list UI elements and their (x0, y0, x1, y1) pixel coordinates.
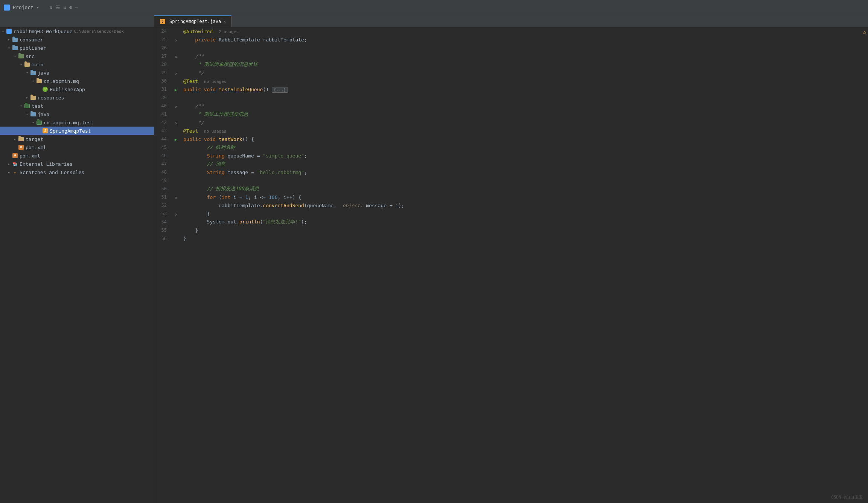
title-dropdown-icon[interactable]: ▾ (37, 5, 39, 10)
sidebar-item-SpringAmqpTest[interactable]: JSpringAmqpTest (0, 127, 154, 135)
tree-arrow-consumer[interactable] (6, 37, 12, 43)
sidebar-item-cn-aopmin-mq-test[interactable]: cn.aopmin.mq.test (0, 118, 154, 127)
line-code-27[interactable]: /** (180, 52, 868, 60)
tree-arrow-scratches[interactable] (6, 169, 12, 175)
tree-arrow-test[interactable] (18, 103, 24, 109)
token-fn: convertAndSend (263, 203, 304, 208)
tree-arrow-src[interactable] (12, 53, 18, 59)
sidebar-item-pom-root[interactable]: Mpom.xml (0, 151, 154, 160)
tree-icon-PublisherApp: 🌱 (42, 86, 48, 92)
sidebar-item-ext-libs[interactable]: 📚External Libraries (0, 160, 154, 168)
tree-label-java: java (38, 70, 49, 76)
tree-label-consumer: consumer (20, 37, 43, 43)
line-code-43[interactable]: @Test no usages (180, 127, 868, 135)
tree-arrow-main[interactable] (18, 61, 24, 67)
line-code-47[interactable]: // 消息 (180, 160, 868, 168)
tree-arrow-cn-aopmin-mq-test[interactable] (30, 119, 36, 125)
line-code-45[interactable]: // 队列名称 (180, 143, 868, 151)
tree-arrow-publisher[interactable] (6, 45, 12, 51)
code-row-53: 53◇ } (154, 209, 868, 218)
line-code-41[interactable]: * 测试工作模型发消息 (180, 110, 868, 118)
sidebar-item-rabbitmq03[interactable]: rabbitmq03-WorkQueueC:\Users\lenovo\Desk (0, 27, 154, 35)
editor-area[interactable]: ⚠ 24@Autowired 2 usages25◇ private Rabbi… (154, 27, 868, 503)
sidebar-item-scratches[interactable]: ✏Scratches and Consoles (0, 168, 154, 176)
line-code-44[interactable]: public void testWork() { (180, 135, 868, 143)
nav-icon-3[interactable]: ⇅ (63, 5, 66, 10)
token-plain (183, 103, 195, 109)
line-code-54[interactable]: System.out.println("消息发送完毕!"); (180, 218, 868, 226)
tree-arrow-java-test[interactable] (24, 111, 30, 117)
sidebar-item-PublisherApp[interactable]: 🌱PublisherApp (0, 85, 154, 93)
folded-block[interactable]: {...} (272, 87, 288, 93)
line-code-29[interactable]: */ (180, 69, 868, 77)
tree-arrow-java[interactable] (24, 70, 30, 76)
line-gutter-56 (171, 234, 180, 243)
sidebar-item-test[interactable]: test (0, 102, 154, 110)
line-code-31[interactable]: public void testSimpleQueue() {...} (180, 85, 868, 93)
line-code-40[interactable]: /** (180, 102, 868, 110)
tree-icon-target (18, 136, 24, 142)
sidebar-item-main[interactable]: main (0, 60, 154, 69)
line-code-28[interactable]: * 测试简单模型的消息发送 (180, 60, 868, 69)
nav-icon-2[interactable]: ☰ (56, 5, 60, 10)
sidebar-item-java-test[interactable]: java (0, 110, 154, 118)
line-code-52[interactable]: rabbitTemplate.convertAndSend(queueName,… (180, 201, 868, 209)
line-num-24: 24 (154, 27, 171, 35)
token-fn: testWork (219, 136, 242, 142)
code-row-44: 44▶public void testWork() { (154, 135, 868, 143)
code-row-30: 30@Test no usages (154, 77, 868, 85)
line-code-24[interactable]: @Autowired 2 usages (180, 27, 868, 35)
sidebar-item-cn-aopmin-mq[interactable]: cn.aopmin.mq (0, 77, 154, 85)
sidebar-item-pom-publisher[interactable]: Mpom.xml (0, 143, 154, 151)
tree-arrow-pom-root[interactable] (6, 153, 12, 159)
line-code-48[interactable]: String message = "hello,rabbitmq"; (180, 168, 868, 176)
tree-arrow-cn-aopmin-mq[interactable] (30, 78, 36, 84)
run-arrow-44[interactable]: ▶ (175, 137, 177, 142)
token-plain: rabbitTemplate. (183, 203, 263, 208)
token-plain (198, 78, 204, 84)
sidebar-item-resources[interactable]: resources (0, 93, 154, 102)
token-cmt: /** (195, 103, 204, 109)
nav-icon-1[interactable]: ⊕ (50, 5, 53, 10)
sidebar-item-java[interactable]: java (0, 69, 154, 77)
line-gutter-31[interactable]: ▶ (171, 85, 180, 93)
line-num-54: 54 (154, 218, 171, 226)
token-usage: no usages (204, 129, 227, 134)
line-gutter-52 (171, 201, 180, 209)
line-code-55[interactable]: } (180, 226, 868, 234)
line-code-42[interactable]: */ (180, 118, 868, 127)
line-code-46[interactable]: String queueName = "simple.queue"; (180, 151, 868, 160)
tree-icon-rabbitmq03 (6, 28, 12, 34)
run-arrow-31[interactable]: ▶ (175, 87, 177, 92)
line-gutter-44[interactable]: ▶ (171, 135, 180, 143)
tree-arrow-resources[interactable] (24, 95, 30, 101)
code-row-46: 46 String queueName = "simple.queue"; (154, 151, 868, 160)
tree-arrow-target[interactable] (12, 136, 18, 142)
watermark: CSDN @白白玉玉 (831, 494, 863, 500)
line-code-53[interactable]: } (180, 209, 868, 218)
line-code-51[interactable]: for (int i = 1; i <= 100; i++) { (180, 193, 868, 201)
sidebar-item-target[interactable]: target (0, 135, 154, 143)
settings-icon[interactable]: ⚙ (69, 5, 72, 10)
line-code-30[interactable]: @Test no usages (180, 77, 868, 85)
minimize-icon[interactable]: — (75, 5, 78, 10)
line-code-39[interactable] (180, 93, 868, 102)
sidebar-item-consumer[interactable]: consumer (0, 35, 154, 44)
token-cmt-cn: // 队列名称 (207, 144, 235, 150)
tree-arrow-SpringAmqpTest[interactable] (36, 128, 42, 134)
tree-arrow-PublisherApp[interactable] (36, 86, 42, 92)
tree-icon-publisher (12, 45, 18, 51)
sidebar-item-src[interactable]: src (0, 52, 154, 60)
line-code-26[interactable] (180, 44, 868, 52)
line-code-56[interactable]: } (180, 234, 868, 243)
tab-spring-amqp-test[interactable]: J SpringAmqpTest.java ✕ (154, 15, 231, 27)
tree-arrow-pom-publisher[interactable] (12, 144, 18, 150)
code-row-31: 31▶public void testSimpleQueue() {...} (154, 85, 868, 93)
sidebar-item-publisher[interactable]: publisher (0, 44, 154, 52)
tree-arrow-rabbitmq03[interactable] (0, 28, 6, 34)
tree-arrow-ext-libs[interactable] (6, 161, 12, 167)
tab-close-button[interactable]: ✕ (223, 19, 226, 24)
line-code-25[interactable]: private RabbitTemplate rabbitTemplate; (180, 35, 868, 44)
line-code-49[interactable] (180, 176, 868, 185)
line-code-50[interactable]: // 模拟发送100条消息 (180, 185, 868, 193)
